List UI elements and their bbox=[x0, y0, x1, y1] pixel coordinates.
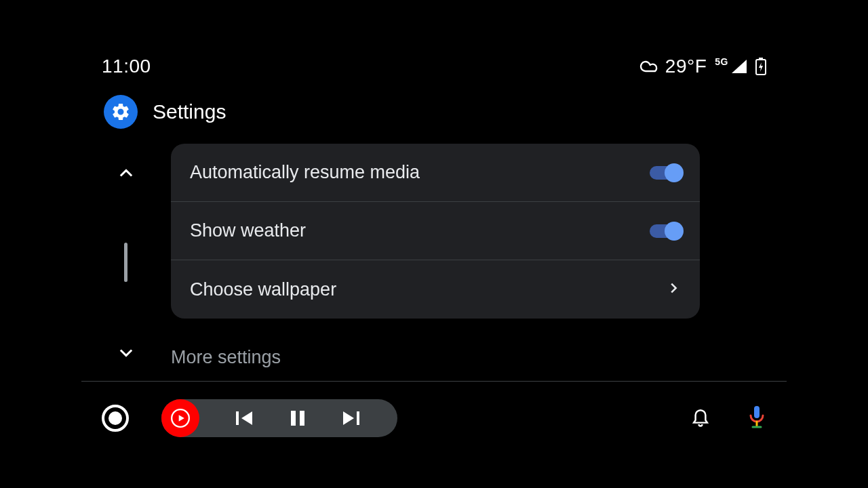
svg-rect-4 bbox=[291, 411, 296, 426]
svg-rect-6 bbox=[357, 411, 359, 425]
network-label: 5G bbox=[715, 57, 728, 66]
status-bar: 11:00 29°F 5G bbox=[102, 53, 766, 80]
toggle-switch[interactable] bbox=[650, 224, 681, 238]
voice-assistant-button[interactable] bbox=[747, 405, 766, 432]
setting-row-show-weather[interactable]: Show weather bbox=[171, 202, 700, 260]
setting-row-choose-wallpaper[interactable]: Choose wallpaper bbox=[171, 260, 700, 319]
scrollbar-thumb[interactable] bbox=[124, 243, 127, 282]
temperature-text: 29°F bbox=[665, 56, 707, 77]
more-settings-label[interactable]: More settings bbox=[171, 347, 281, 368]
page-title: Settings bbox=[153, 100, 226, 123]
setting-label: Automatically resume media bbox=[190, 162, 420, 183]
clock: 11:00 bbox=[102, 56, 151, 77]
next-track-button[interactable] bbox=[324, 409, 377, 427]
home-button[interactable] bbox=[102, 405, 129, 432]
divider bbox=[81, 381, 787, 382]
battery-charging-icon bbox=[755, 58, 766, 75]
previous-track-button[interactable] bbox=[218, 409, 271, 427]
weather-indicator: 29°F bbox=[638, 56, 707, 77]
pause-button[interactable] bbox=[271, 409, 324, 427]
setting-row-auto-resume-media[interactable]: Automatically resume media bbox=[171, 144, 700, 202]
svg-rect-7 bbox=[754, 406, 760, 418]
setting-label: Choose wallpaper bbox=[190, 279, 336, 300]
svg-rect-5 bbox=[300, 411, 304, 426]
settings-list: Automatically resume media Show weather … bbox=[171, 144, 700, 319]
svg-rect-3 bbox=[236, 411, 239, 425]
settings-app-icon bbox=[104, 95, 138, 129]
toggle-switch[interactable] bbox=[650, 166, 681, 180]
media-app-button[interactable] bbox=[161, 399, 199, 437]
signal-icon bbox=[731, 59, 747, 74]
chevron-right-icon bbox=[666, 281, 681, 298]
cloud-icon bbox=[638, 58, 661, 75]
notifications-button[interactable] bbox=[690, 406, 711, 430]
setting-label: Show weather bbox=[190, 220, 306, 241]
media-controls bbox=[161, 399, 397, 437]
svg-rect-1 bbox=[759, 58, 763, 60]
network-indicator: 5G bbox=[715, 57, 747, 76]
scroll-up-button[interactable] bbox=[117, 164, 136, 186]
scroll-down-button[interactable] bbox=[117, 343, 136, 365]
bottom-bar bbox=[102, 394, 766, 442]
